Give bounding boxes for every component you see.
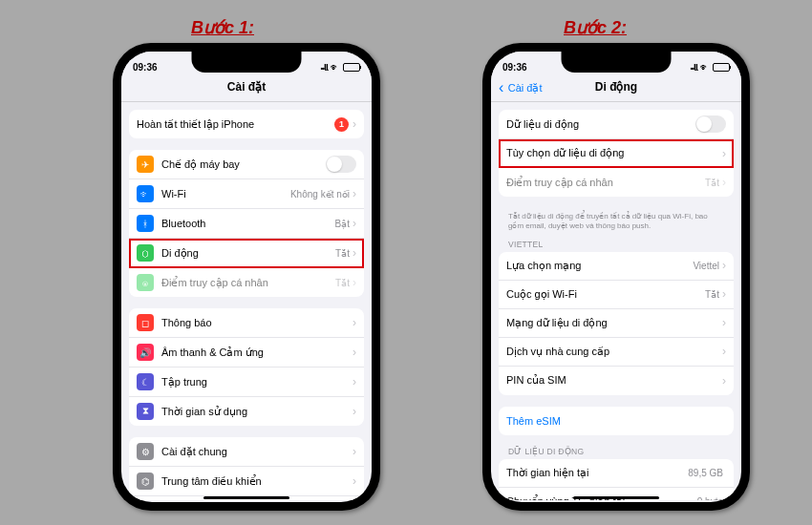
chevron-right-icon bbox=[353, 316, 356, 329]
wifi-status-icon: ᯤ bbox=[331, 62, 340, 73]
phone-step1: 09:36 ᯤ Cài đặt Hoàn tất thiết lập iPhon… bbox=[113, 43, 380, 511]
settings-row[interactable]: Tùy chọn dữ liệu di động bbox=[499, 139, 734, 168]
chevron-right-icon bbox=[722, 316, 726, 329]
settings-row[interactable]: Dữ liệu di động bbox=[499, 110, 734, 139]
row-label: Di động bbox=[161, 247, 335, 260]
settings-row[interactable]: ☾Tập trung bbox=[129, 368, 364, 397]
back-button[interactable]: Cài đặt bbox=[499, 79, 543, 96]
chevron-right-icon bbox=[353, 445, 356, 458]
hotspot-icon: ⍟ bbox=[137, 274, 154, 291]
row-value: 89,5 GB bbox=[688, 468, 723, 478]
step1-label: Bước 1: bbox=[191, 17, 254, 38]
row-label: Chế độ máy bay bbox=[161, 158, 326, 171]
row-label: Hoàn tất thiết lập iPhone bbox=[137, 118, 334, 131]
chevron-right-icon bbox=[722, 176, 726, 189]
cellular-content[interactable]: Dữ liệu di độngTùy chọn dữ liệu di độngĐ… bbox=[491, 102, 741, 500]
chevron-right-icon bbox=[353, 474, 356, 488]
chevron-right-icon bbox=[353, 246, 356, 260]
settings-row[interactable]: Thời gian hiện tại89,5 GB bbox=[499, 459, 734, 488]
general-icon: ⚙ bbox=[137, 443, 154, 460]
settings-row[interactable]: Hoàn tất thiết lập iPhone1 bbox=[129, 110, 364, 138]
row-label: Cài đặt chung bbox=[161, 446, 353, 458]
nav-bar: Cài đặt bbox=[121, 78, 372, 102]
chevron-right-icon bbox=[353, 346, 356, 359]
chevron-right-icon bbox=[353, 405, 356, 418]
toggle-switch[interactable] bbox=[326, 156, 356, 173]
row-label: Wi-Fi bbox=[161, 188, 290, 200]
battery-icon bbox=[713, 63, 730, 72]
row-label: Thời gian sử dụng bbox=[161, 406, 353, 418]
chevron-right-icon bbox=[353, 217, 356, 230]
row-label: Mạng dữ liệu di động bbox=[506, 317, 722, 329]
page-title: Cài đặt bbox=[131, 80, 362, 94]
control-center-icon: ⌬ bbox=[137, 472, 154, 490]
group-connectivity: ✈Chế độ máy bayᯤWi-FiKhông kết nốiᚼBluet… bbox=[129, 150, 364, 297]
row-label: Điểm truy cập cá nhân bbox=[506, 177, 705, 189]
settings-row[interactable]: ᯤWi-FiKhông kết nối bbox=[129, 179, 364, 209]
settings-row[interactable]: ⌬Trung tâm điều khiển bbox=[129, 467, 364, 496]
cellular-icon: ⟮⟯ bbox=[137, 244, 154, 262]
settings-row[interactable]: PIN của SIM bbox=[499, 367, 734, 395]
row-label: Tùy chọn dữ liệu di động bbox=[506, 147, 722, 159]
row-label: Thời gian hiện tại bbox=[506, 467, 688, 479]
status-time: 09:36 bbox=[502, 62, 527, 73]
signal-icon bbox=[320, 62, 328, 73]
bluetooth-icon: ᚼ bbox=[137, 215, 154, 232]
nav-bar: Cài đặt Di động bbox=[491, 78, 741, 102]
focus-icon: ☾ bbox=[137, 373, 154, 390]
screentime-icon: ⧗ bbox=[137, 403, 154, 420]
home-indicator[interactable] bbox=[203, 496, 289, 499]
settings-row[interactable]: 🔊Âm thanh & Cảm ứng bbox=[129, 338, 364, 368]
settings-row[interactable]: Dịch vụ nhà cung cấp bbox=[499, 338, 734, 367]
row-label: Âm thanh & Cảm ứng bbox=[161, 346, 353, 359]
group-usage: Thời gian hiện tại89,5 GBChuyển vùng TG … bbox=[499, 459, 734, 500]
notifications-icon: ◻ bbox=[137, 314, 154, 331]
row-label: Trung tâm điều khiển bbox=[161, 475, 353, 488]
settings-row[interactable]: Điểm truy cập cá nhânTắt bbox=[499, 168, 734, 197]
chevron-right-icon bbox=[353, 276, 356, 289]
settings-row[interactable]: ⍟Điểm truy cập cá nhânTắt bbox=[129, 268, 364, 297]
toggle-switch[interactable] bbox=[695, 116, 726, 133]
badge: 1 bbox=[334, 117, 349, 132]
step2-label: Bước 2: bbox=[564, 17, 627, 38]
home-indicator[interactable] bbox=[573, 496, 659, 499]
notch bbox=[192, 52, 302, 73]
row-label: Tập trung bbox=[161, 376, 353, 388]
section-header-usage: DỮ LIỆU DI ĐỘNG bbox=[499, 447, 734, 459]
settings-content[interactable]: Hoàn tất thiết lập iPhone1 ✈Chế độ máy b… bbox=[121, 102, 372, 500]
settings-row[interactable]: Cuộc gọi Wi-FiTắt bbox=[499, 281, 734, 309]
wifi-icon: ᯤ bbox=[137, 185, 154, 202]
chevron-right-icon bbox=[353, 187, 356, 200]
row-label: Dịch vụ nhà cung cấp bbox=[506, 346, 722, 358]
battery-icon bbox=[343, 63, 360, 72]
row-label: Điểm truy cập cá nhân bbox=[161, 277, 335, 289]
settings-row[interactable]: ◻Thông báo bbox=[129, 308, 364, 338]
settings-row[interactable]: Thêm eSIM bbox=[499, 407, 734, 435]
settings-row[interactable]: Lựa chọn mạngViettel bbox=[499, 252, 734, 281]
settings-row[interactable]: ⚙Cài đặt chung bbox=[129, 437, 364, 467]
chevron-right-icon bbox=[722, 287, 726, 301]
row-value: Tắt bbox=[705, 178, 719, 188]
status-time: 09:36 bbox=[133, 62, 158, 73]
settings-row[interactable]: ⟮⟯Di độngTắt bbox=[129, 239, 364, 268]
settings-row[interactable]: Mạng dữ liệu di động bbox=[499, 309, 734, 338]
group-cellular-data: Dữ liệu di độngTùy chọn dữ liệu di độngĐ… bbox=[499, 110, 734, 197]
signal-icon bbox=[690, 62, 697, 73]
sounds-icon: 🔊 bbox=[137, 344, 154, 361]
group-general: ⚙Cài đặt chung⌬Trung tâm điều khiểnAAMàn… bbox=[129, 437, 364, 500]
group-carrier: Lựa chọn mạngViettelCuộc gọi Wi-FiTắtMạn… bbox=[499, 252, 734, 395]
row-label: Thêm eSIM bbox=[506, 415, 726, 427]
group-setup: Hoàn tất thiết lập iPhone1 bbox=[129, 110, 364, 138]
airplane-icon: ✈ bbox=[137, 156, 154, 173]
settings-row[interactable]: ⧗Thời gian sử dụng bbox=[129, 397, 364, 426]
settings-row[interactable]: ᚼBluetoothBật bbox=[129, 209, 364, 239]
row-label: Bluetooth bbox=[161, 218, 335, 229]
chevron-right-icon bbox=[722, 259, 726, 272]
chevron-right-icon bbox=[722, 345, 726, 358]
row-value: Không kết nối bbox=[290, 189, 350, 200]
chevron-right-icon bbox=[722, 147, 726, 160]
settings-row[interactable]: ✈Chế độ máy bay bbox=[129, 150, 364, 179]
row-label: PIN của SIM bbox=[506, 374, 722, 387]
row-label: Lựa chọn mạng bbox=[506, 260, 693, 272]
chevron-right-icon bbox=[353, 375, 356, 388]
